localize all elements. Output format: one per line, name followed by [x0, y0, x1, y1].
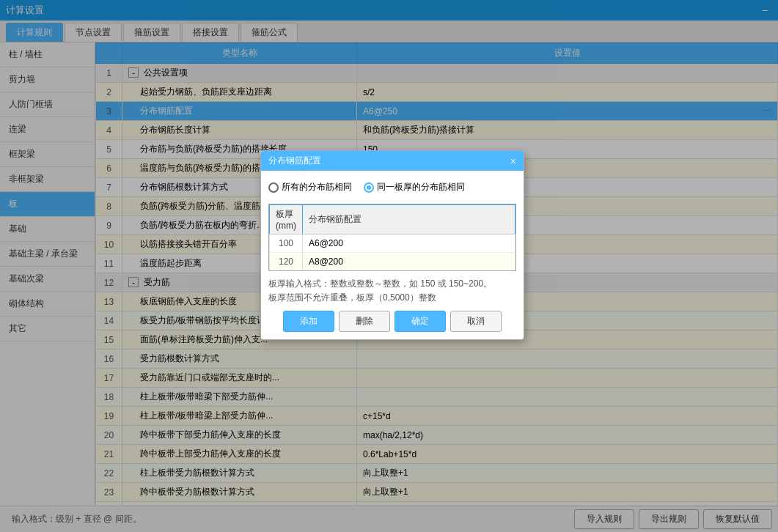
modal-body: 所有的分布筋相同 同一板厚的分布筋相同 板厚(mm) 分布钢筋配置 — [261, 171, 524, 339]
radio-same-label: 同一板厚的分布筋相同 — [377, 181, 465, 193]
modal-table-row[interactable]: 120 A8@200 — [270, 253, 515, 271]
config-value[interactable]: A8@200 — [302, 253, 515, 271]
radio-all-label: 所有的分布筋相同 — [282, 181, 352, 193]
modal-cancel-button[interactable]: 取消 — [450, 311, 502, 332]
hint-line2: 板厚范围不允许重叠，板厚（0,5000）整数 — [268, 291, 516, 305]
modal-title: 分布钢筋配置 — [268, 155, 321, 167]
modal-table-row[interactable]: 100 A6@200 — [270, 234, 515, 253]
modal-close-icon[interactable]: × — [510, 155, 516, 167]
radio-same-thickness[interactable]: 同一板厚的分布筋相同 — [364, 181, 465, 193]
modal-ok-button[interactable]: 确定 — [394, 311, 446, 332]
radio-all-same[interactable]: 所有的分布筋相同 — [268, 181, 352, 193]
modal-distribution-rebar: 分布钢筋配置 × 所有的分布筋相同 同一板厚的分布筋相同 板厚(mm) — [260, 150, 524, 340]
radio-row: 所有的分布筋相同 同一板厚的分布筋相同 — [268, 178, 516, 196]
hint-text: 板厚输入格式：整数或整数～整数，如 150 或 150~200。 板厚范围不允许… — [268, 277, 516, 305]
modal-title-bar: 分布钢筋配置 × — [261, 151, 524, 171]
modal-delete-button[interactable]: 删除 — [339, 311, 390, 332]
modal-btn-row: 添加 删除 确定 取消 — [268, 311, 516, 332]
col-config: 分布钢筋配置 — [302, 205, 515, 234]
config-value[interactable]: A6@200 — [302, 234, 515, 253]
radio-circle-all — [268, 182, 279, 193]
modal-inner-table: 板厚(mm) 分布钢筋配置 100 A6@200 120 A8@200 — [269, 204, 515, 270]
thickness-value[interactable]: 120 — [270, 253, 303, 271]
radio-circle-same — [364, 182, 374, 193]
modal-overlay: 分布钢筋配置 × 所有的分布筋相同 同一板厚的分布筋相同 板厚(mm) — [0, 0, 778, 532]
hint-line1: 板厚输入格式：整数或整数～整数，如 150 或 150~200。 — [268, 277, 516, 291]
modal-add-button[interactable]: 添加 — [283, 311, 334, 332]
modal-table-wrap: 板厚(mm) 分布钢筋配置 100 A6@200 120 A8@200 — [268, 204, 516, 271]
col-thickness: 板厚(mm) — [270, 205, 303, 234]
thickness-value[interactable]: 100 — [270, 234, 303, 253]
